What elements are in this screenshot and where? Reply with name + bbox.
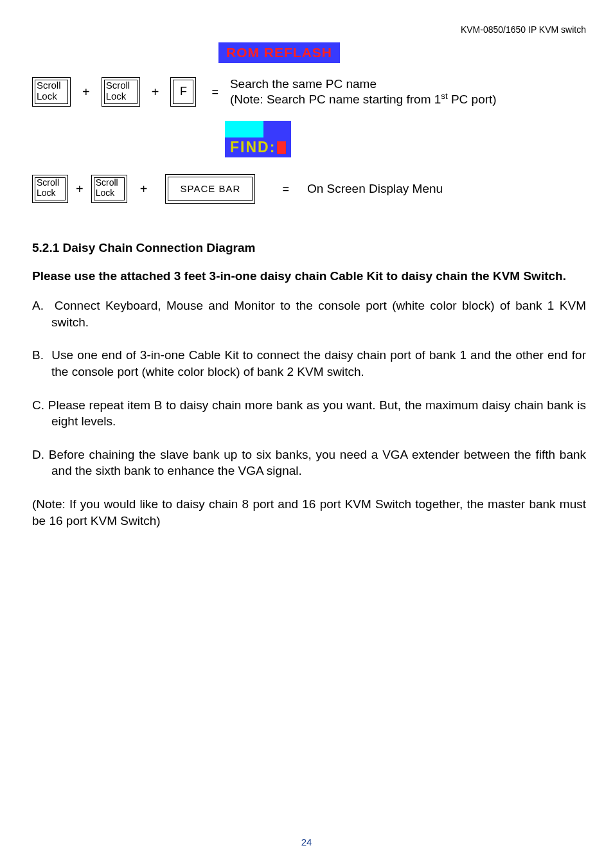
- keycap-label: F: [180, 85, 187, 98]
- list-item: D. Before chaining the slave bank up to …: [32, 447, 586, 479]
- page-number: 24: [0, 837, 613, 847]
- note-suffix: PC port): [448, 93, 497, 106]
- osd-find-cursor-icon: [277, 141, 286, 154]
- desc-note-text: (Note: Search PC name starting from 1st …: [230, 91, 497, 107]
- plus-sign: +: [152, 85, 159, 100]
- list-item-text: Use one end of 3-in-one Cable Kit to con…: [51, 348, 586, 378]
- keycap-scroll-lock: Scroll Lock: [32, 77, 71, 107]
- plus-sign: +: [76, 182, 84, 197]
- keycap-scroll-lock: Scroll Lock: [102, 77, 140, 107]
- osd-find-box-container: FIND:: [32, 107, 586, 170]
- plus-sign: +: [140, 182, 148, 197]
- note-prefix: (Note: Search PC name starting from 1: [230, 93, 441, 106]
- keycap-space-bar: SPACE BAR: [165, 174, 255, 204]
- hotkey-find-description: Search the same PC name (Note: Search PC…: [230, 77, 497, 107]
- equals-sign: =: [282, 182, 289, 196]
- section-instruction: Please use the attached 3 feet 3-in-one …: [32, 268, 586, 285]
- desc-main-text: Search the same PC name: [230, 77, 377, 91]
- list-item-text: Please repeat item B to daisy chain more…: [48, 398, 586, 429]
- list-item: C. Please repeat item B to daisy chain m…: [32, 397, 586, 430]
- osd-find-label-row: FIND:: [225, 137, 291, 157]
- list-item-text: Before chaining the slave bank up to six…: [49, 448, 586, 478]
- osd-find-cyan-strip: [225, 121, 263, 137]
- section-heading: 5.2.1 Daisy Chain Connection Diagram: [32, 241, 586, 255]
- keycap-f: F: [170, 77, 196, 107]
- note-sup: st: [441, 91, 447, 101]
- hotkey-row-find: Scroll Lock + Scroll Lock + F = Search t…: [32, 77, 586, 107]
- list-item-text: Connect Keyboard, Mouse and Monitor to t…: [51, 299, 586, 329]
- keycap-label: Scroll Lock: [106, 80, 136, 102]
- keycap-label: SPACE BAR: [181, 184, 241, 195]
- list-item: A. Connect Keyboard, Mouse and Monitor t…: [32, 297, 586, 330]
- osd-rom-reflash-banner: ROM REFLASH: [218, 42, 340, 63]
- keycap-label: Scroll Lock: [96, 178, 123, 198]
- section-note: (Note: If you would like to daisy chain …: [32, 496, 586, 529]
- plus-sign: +: [82, 85, 90, 100]
- keycap-label: Scroll Lock: [37, 178, 64, 198]
- hotkey-row-osd: Scroll Lock + Scroll Lock + SPACE BAR = …: [32, 174, 586, 204]
- daisy-chain-steps-list: A. Connect Keyboard, Mouse and Monitor t…: [32, 297, 586, 479]
- osd-find-box: FIND:: [225, 121, 291, 157]
- page-header-product: KVM-0850/1650 IP KVM switch: [32, 24, 586, 35]
- list-item: B. Use one end of 3-in-one Cable Kit to …: [32, 347, 586, 380]
- hotkey-osd-description: On Screen Display Menu: [307, 182, 443, 196]
- osd-find-label: FIND:: [230, 139, 276, 156]
- keycap-label: Scroll Lock: [37, 80, 66, 102]
- equals-sign: =: [211, 85, 218, 99]
- osd-rom-reflash-text: ROM REFLASH: [226, 45, 332, 60]
- keycap-scroll-lock: Scroll Lock: [32, 175, 68, 203]
- keycap-scroll-lock: Scroll Lock: [91, 175, 127, 203]
